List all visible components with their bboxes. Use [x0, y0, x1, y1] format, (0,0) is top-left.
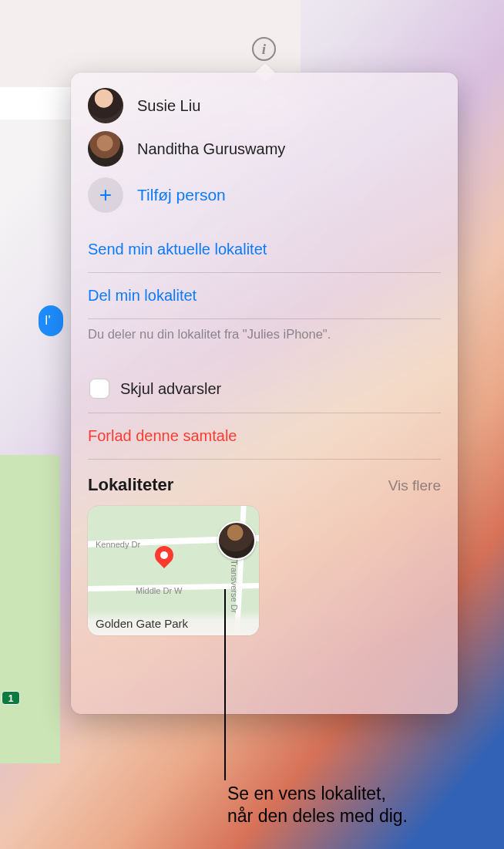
hide-alerts-checkbox[interactable] [89, 379, 109, 399]
share-my-location-button[interactable]: Del min lokalitet [88, 273, 441, 318]
leave-conversation-button[interactable]: Forlad denne samtale [88, 413, 441, 459]
person-name: Susie Liu [137, 97, 200, 115]
callout-text: Se en vens lokalitet,når den deles med d… [227, 783, 408, 828]
hide-alerts-row[interactable]: Skjul advarsler [88, 365, 441, 413]
road-label: Middle Dr W [136, 586, 183, 595]
person-row[interactable]: Nanditha Guruswamy [88, 128, 441, 171]
details-popover: Susie Liu Nanditha Guruswamy + Tilføj pe… [71, 72, 458, 714]
avatar [88, 88, 123, 123]
show-more-button[interactable]: Vis flere [388, 477, 441, 494]
add-person-button[interactable]: + Tilføj person [88, 171, 441, 227]
location-card[interactable]: Kennedy Dr Middle Dr W Transverse Dr Gol… [88, 506, 259, 635]
locations-title: Lokaliteter [88, 475, 173, 495]
add-person-label: Tilføj person [137, 186, 226, 204]
send-current-location-button[interactable]: Send min aktuelle lokalitet [88, 227, 441, 272]
sharing-device-note: Du deler nu din lokalitet fra "Julies iP… [88, 319, 441, 365]
person-row[interactable]: Susie Liu [88, 85, 441, 128]
avatar [88, 131, 123, 167]
route-shield-icon: 1 [2, 691, 20, 705]
map-pin-icon [151, 542, 177, 568]
road-label: Kennedy Dr [96, 540, 140, 549]
info-icon[interactable]: i [252, 37, 276, 61]
location-caption: Golden Gate Park [88, 611, 259, 635]
plus-icon: + [88, 177, 123, 213]
friend-avatar-on-map [217, 521, 256, 560]
message-bubble: I' [39, 305, 63, 336]
background-map [0, 455, 60, 763]
road-label: Transverse Dr [230, 560, 239, 613]
person-name: Nanditha Guruswamy [137, 140, 285, 158]
callout-leader-line [224, 589, 226, 780]
locations-header: Lokaliteter Vis flere [88, 460, 441, 506]
hide-alerts-label: Skjul advarsler [120, 380, 221, 398]
